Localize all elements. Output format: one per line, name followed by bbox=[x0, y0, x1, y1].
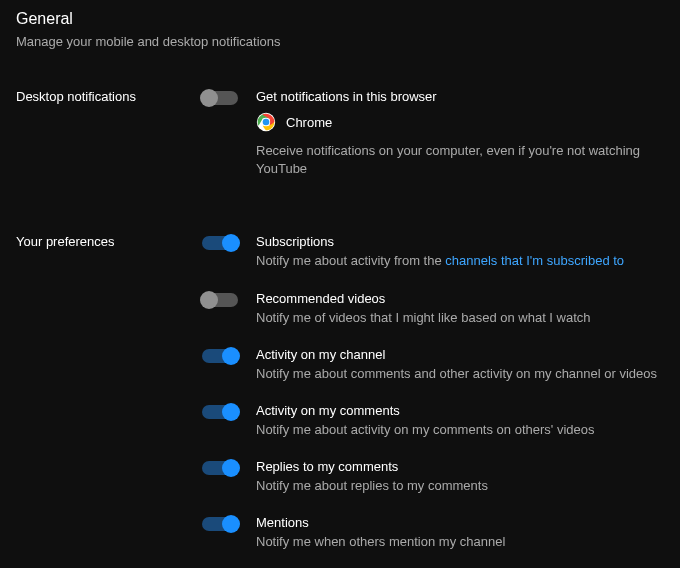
setting-title: Mentions bbox=[256, 515, 664, 530]
toggle-thumb bbox=[222, 347, 240, 365]
subscribed-channels-link[interactable]: channels that I'm subscribed to bbox=[445, 253, 624, 268]
setting-desc: Receive notifications on your computer, … bbox=[256, 142, 664, 178]
setting-title: Activity on my channel bbox=[256, 347, 664, 362]
setting-title: Replies to my comments bbox=[256, 459, 664, 474]
toggle-mentions[interactable] bbox=[202, 517, 238, 531]
setting-desc-text: Notify me about activity from the bbox=[256, 253, 445, 268]
toggle-thumb bbox=[222, 459, 240, 477]
setting-title: Get notifications in this browser bbox=[256, 89, 664, 104]
toggle-thumb bbox=[222, 403, 240, 421]
setting-row: Activity on my commentsNotify me about a… bbox=[202, 403, 664, 439]
section-label-preferences: Your preferences bbox=[16, 234, 202, 568]
setting-desc: Notify me about comments and other activ… bbox=[256, 365, 664, 383]
setting-row: SubscriptionsNotify me about activity fr… bbox=[202, 234, 664, 270]
setting-title: Activity on my comments bbox=[256, 403, 664, 418]
browser-name: Chrome bbox=[286, 115, 332, 130]
toggle-recommended-videos[interactable] bbox=[202, 293, 238, 307]
toggle-thumb bbox=[200, 89, 218, 107]
toggle-thumb bbox=[222, 515, 240, 533]
setting-row: MentionsNotify me when others mention my… bbox=[202, 515, 664, 551]
toggle-activity-on-my-comments[interactable] bbox=[202, 405, 238, 419]
setting-title: Subscriptions bbox=[256, 234, 664, 249]
setting-row: Activity on my channelNotify me about co… bbox=[202, 347, 664, 383]
toggle-activity-on-my-channel[interactable] bbox=[202, 349, 238, 363]
svg-point-2 bbox=[263, 119, 270, 126]
setting-desktop-browser: Get notifications in this browser Chrome bbox=[202, 89, 664, 178]
page-subtitle: Manage your mobile and desktop notificat… bbox=[16, 34, 664, 49]
section-label-desktop: Desktop notifications bbox=[16, 89, 202, 198]
setting-desc: Notify me about activity on my comments … bbox=[256, 421, 664, 439]
setting-desc: Notify me when others mention my channel bbox=[256, 533, 664, 551]
chrome-icon bbox=[256, 112, 276, 132]
toggle-replies-to-my-comments[interactable] bbox=[202, 461, 238, 475]
setting-row: Recommended videosNotify me of videos th… bbox=[202, 291, 664, 327]
browser-row: Chrome bbox=[256, 112, 664, 132]
setting-desc: Notify me about activity from the channe… bbox=[256, 252, 664, 270]
setting-desc: Notify me about replies to my comments bbox=[256, 477, 664, 495]
section-preferences: Your preferences SubscriptionsNotify me … bbox=[16, 234, 664, 568]
page-title: General bbox=[16, 10, 664, 28]
toggle-thumb bbox=[222, 234, 240, 252]
setting-row: Replies to my commentsNotify me about re… bbox=[202, 459, 664, 495]
section-desktop-notifications: Desktop notifications Get notifications … bbox=[16, 89, 664, 198]
setting-title: Recommended videos bbox=[256, 291, 664, 306]
setting-desc: Notify me of videos that I might like ba… bbox=[256, 309, 664, 327]
toggle-thumb bbox=[200, 291, 218, 309]
toggle-subscriptions[interactable] bbox=[202, 236, 238, 250]
toggle-desktop-notifications[interactable] bbox=[202, 91, 238, 105]
